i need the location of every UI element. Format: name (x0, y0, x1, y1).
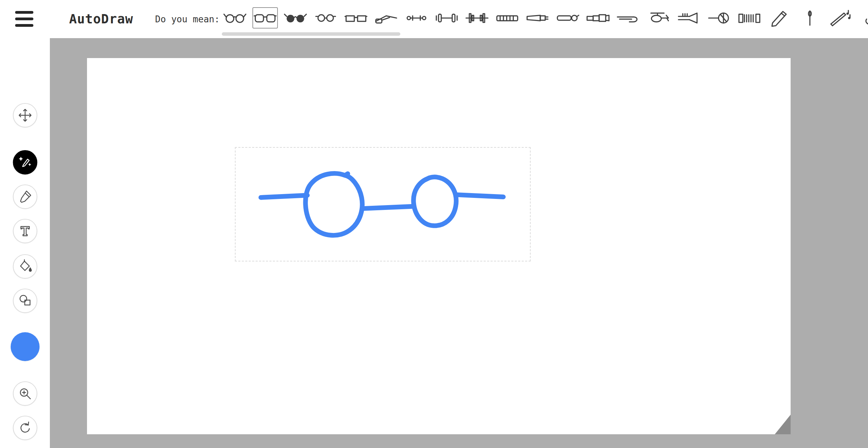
suggestion-glasses-round[interactable] (220, 2, 250, 34)
hamburger-icon (15, 11, 33, 14)
suggestion-helicopter[interactable] (643, 2, 674, 34)
suggestions-scrollbar-thumb[interactable] (222, 32, 400, 36)
suggestion-barbell[interactable] (462, 2, 492, 34)
draw-tool[interactable] (13, 184, 37, 209)
suggestion-glasses-rect[interactable] (341, 2, 371, 34)
suggestion-harmonica[interactable] (492, 2, 522, 34)
suggestion-dumbbell[interactable] (432, 2, 462, 34)
move-icon (17, 108, 33, 123)
saxophone-icon (858, 9, 868, 27)
binoculars-icon (556, 9, 580, 27)
suggestion-strip (220, 2, 868, 34)
suggestion-telescope[interactable] (522, 2, 553, 34)
telescope-icon (525, 9, 550, 27)
harmonica-icon (495, 9, 519, 27)
glasses-rect-icon (344, 9, 368, 27)
suggestion-goggles[interactable] (311, 2, 341, 34)
select-tool[interactable] (13, 103, 37, 127)
shape-tool[interactable] (13, 289, 37, 313)
sunglasses-icon (283, 9, 307, 27)
app-root: AutoDraw Do you mean: (0, 0, 868, 448)
trumpet-icon (677, 9, 701, 27)
suggestion-saxophone[interactable] (855, 2, 868, 34)
shapes-icon (17, 293, 33, 309)
needle-icon (798, 9, 822, 27)
pen-icon (17, 189, 33, 204)
chest-expander-icon (404, 9, 428, 27)
pencil-icon (768, 9, 792, 27)
app-title: AutoDraw (69, 12, 133, 26)
goggles-icon (314, 9, 338, 27)
suggestion-spyglass[interactable] (583, 2, 613, 34)
suggestion-binoculars[interactable] (553, 2, 583, 34)
trombone-icon (616, 9, 640, 27)
fill-tool[interactable] (13, 254, 37, 279)
helicopter-icon (647, 9, 671, 27)
dumbbell-icon (435, 9, 459, 27)
suggestion-flute[interactable] (825, 2, 855, 34)
barbell-icon (465, 9, 489, 27)
selection-bounds[interactable] (235, 147, 531, 261)
accordion-icon (737, 9, 761, 27)
suggestion-glasses[interactable] (250, 2, 280, 34)
top-bar: AutoDraw Do you mean: (0, 0, 868, 38)
suggestion-folded-glasses[interactable] (371, 2, 401, 34)
undo-tool[interactable] (13, 416, 37, 440)
autodraw-tool[interactable] (13, 150, 37, 175)
type-tool[interactable] (13, 219, 37, 243)
suggestion-trombone[interactable] (613, 2, 643, 34)
suggestion-pencil[interactable] (764, 2, 795, 34)
suggestion-tuba[interactable] (704, 2, 734, 34)
folded-glasses-icon (374, 9, 398, 27)
suggestion-chest-expander[interactable] (401, 2, 432, 34)
tool-sidebar (0, 38, 50, 448)
undo-icon (17, 420, 33, 436)
glasses-icon (253, 9, 277, 27)
canvas-resize-handle[interactable] (775, 415, 791, 434)
glasses-round-icon (223, 9, 247, 27)
text-icon (17, 223, 33, 239)
magic-pencil-icon (17, 155, 33, 170)
suggestion-trumpet[interactable] (674, 2, 704, 34)
color-tool[interactable] (11, 332, 40, 361)
menu-button[interactable] (15, 11, 34, 27)
suggestion-accordion[interactable] (734, 2, 764, 34)
spyglass-icon (586, 9, 610, 27)
flute-icon (828, 9, 852, 27)
suggestion-label: Do you mean: (155, 14, 220, 24)
magnifier-icon (17, 386, 33, 401)
suggestion-sunglasses[interactable] (280, 2, 311, 34)
zoom-tool[interactable] (13, 381, 37, 406)
paint-bucket-icon (17, 259, 33, 274)
drawing-canvas[interactable] (87, 58, 791, 434)
suggestion-needle[interactable] (795, 2, 825, 34)
tuba-icon (707, 9, 731, 27)
